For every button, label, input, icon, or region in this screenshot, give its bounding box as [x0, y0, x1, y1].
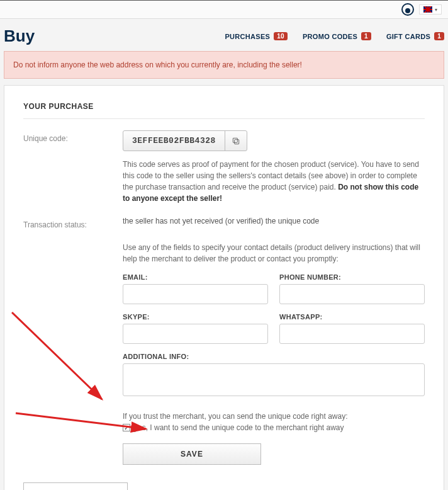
tab-gift-cards[interactable]: GIFT CARDS 1 — [386, 32, 444, 40]
header-row: Buy PURCHASES 10 PROMO CODES 1 GIFT CARD… — [0, 19, 448, 51]
top-bar: ▾ — [0, 0, 448, 19]
warning-banner: Do not inform anyone the web address on … — [4, 51, 444, 79]
skype-input[interactable] — [123, 324, 268, 344]
checkbox-label: yes, I want to send the unique code to t… — [134, 423, 344, 432]
badge: 1 — [361, 32, 371, 40]
copy-icon — [232, 137, 240, 145]
email-input[interactable] — [123, 284, 268, 304]
chevron-down-icon: ▾ — [435, 7, 437, 13]
unique-code-row: Unique code: 3EFFEEB02FBB4328 This code … — [23, 130, 425, 204]
whatsapp-field-wrap: WHATSAPP: — [279, 313, 425, 344]
additional-label: ADDITIONAL INFO: — [123, 353, 425, 360]
flag-uk-icon — [423, 6, 432, 13]
save-button[interactable]: SAVE — [123, 443, 261, 465]
code-description: This code serves as proof of payment for… — [123, 159, 425, 204]
copy-button[interactable] — [225, 131, 247, 151]
tab-purchases[interactable]: PURCHASES 10 — [225, 32, 288, 40]
tabs: PURCHASES 10 PROMO CODES 1 GIFT CARDS 1 — [225, 32, 444, 40]
page-title: Buy — [4, 26, 35, 46]
trust-text: If you trust the merchant, you can send … — [123, 412, 425, 421]
email-label: EMAIL: — [123, 273, 268, 281]
additional-field-wrap: ADDITIONAL INFO: — [123, 353, 425, 398]
unique-code-box: 3EFFEEB02FBB4328 — [123, 130, 247, 151]
send-code-checkbox-row[interactable]: ✓ yes, I want to send the unique code to… — [123, 423, 425, 432]
tab-promo-codes[interactable]: PROMO CODES 1 — [303, 32, 371, 40]
svg-rect-0 — [234, 139, 238, 144]
tab-label: PURCHASES — [225, 33, 270, 40]
instructions-button[interactable]: INSTRUCTIONS FOR USE — [23, 482, 128, 490]
phone-label: PHONE NUMBER: — [279, 273, 425, 281]
purchase-panel: YOUR PURCHASE Unique code: 3EFFEEB02FBB4… — [4, 85, 444, 490]
phone-field-wrap: PHONE NUMBER: — [279, 273, 425, 304]
whatsapp-input[interactable] — [279, 324, 425, 344]
additional-input[interactable] — [123, 363, 425, 396]
svg-rect-1 — [233, 138, 237, 142]
checkbox-icon: ✓ — [123, 424, 130, 431]
unique-code-label: Unique code: — [23, 130, 123, 204]
badge: 10 — [274, 32, 288, 40]
contact-row: Use any of the fields to specify your co… — [23, 242, 425, 465]
trust-block: If you trust the merchant, you can send … — [123, 412, 425, 432]
transaction-status-row: Transaction status: the seller has not y… — [23, 217, 425, 229]
language-selector[interactable]: ▾ — [419, 4, 442, 14]
phone-input[interactable] — [279, 284, 425, 304]
skype-field-wrap: SKYPE: — [123, 313, 268, 344]
badge: 1 — [434, 32, 444, 40]
email-field-wrap: EMAIL: — [123, 273, 268, 304]
tab-label: PROMO CODES — [303, 33, 357, 40]
tab-label: GIFT CARDS — [386, 33, 430, 40]
contact-fields: EMAIL: PHONE NUMBER: SKYPE: WHATSAPP: AD… — [123, 273, 425, 398]
whatsapp-label: WHATSAPP: — [279, 313, 425, 321]
skype-label: SKYPE: — [123, 313, 268, 321]
profile-icon[interactable] — [401, 3, 414, 16]
contact-instructions: Use any of the fields to specify your co… — [123, 242, 425, 265]
tx-status-value: the seller has not yet received (or veri… — [123, 217, 425, 229]
unique-code-value: 3EFFEEB02FBB4328 — [123, 131, 225, 151]
tx-status-label: Transaction status: — [23, 217, 123, 229]
panel-title: YOUR PURCHASE — [23, 102, 425, 119]
